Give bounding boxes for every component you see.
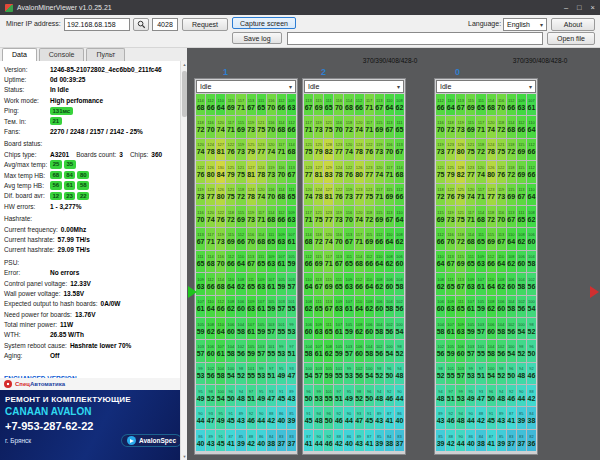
chip-cell: 8337 <box>287 430 296 451</box>
chip-cell: 11064 <box>355 296 364 317</box>
chip-cell: 11064 <box>527 184 536 205</box>
chip-cell: 10054 <box>507 340 516 361</box>
chip-cell: 10761 <box>267 273 276 294</box>
chip-cell: 8842 <box>267 407 276 428</box>
chip-cell: 11569 <box>375 116 384 137</box>
log-field[interactable] <box>287 32 543 45</box>
chip-cell: 12175 <box>466 139 475 160</box>
chip-cell: 10458 <box>487 340 496 361</box>
title-bar: AvalonMinerViewer v1.0.25.21 – □ × <box>0 0 600 15</box>
chip-cell: 12579 <box>456 184 465 205</box>
left-panel-scrollbar[interactable]: ▲ ▼ <box>180 61 187 460</box>
tab-console[interactable]: Console <box>39 48 85 61</box>
chip-cell: 9044 <box>196 407 205 428</box>
chip-cell: 8741 <box>507 407 516 428</box>
chip-cell: 10862 <box>355 318 364 339</box>
chip-cell: 10963 <box>446 296 455 317</box>
chip-cell: 9953 <box>344 363 353 384</box>
about-button[interactable]: About <box>551 18 595 31</box>
info-row: Тем. in:21 <box>4 116 180 126</box>
info-row: Status:In Idle <box>4 85 180 95</box>
chip-cell: 11266 <box>355 94 364 115</box>
board-mode-select[interactable]: Idle ▾ <box>304 80 404 93</box>
board-mode-select[interactable]: Idle ▾ <box>196 80 296 93</box>
chip-cell: 11165 <box>456 296 465 317</box>
open-file-button[interactable]: Open file <box>547 32 595 45</box>
chip-cell: 11670 <box>436 116 445 137</box>
chip-cell: 12074 <box>344 139 353 160</box>
minimize-icon[interactable]: – <box>564 3 568 12</box>
request-button[interactable]: Request <box>182 18 228 31</box>
scroll-left-arrow[interactable] <box>188 286 197 298</box>
language-label: Language: <box>468 20 501 27</box>
chip-cell: 11973 <box>314 116 323 137</box>
info-rows: Version:1246-85-21072802_4ec6bb0_211fc46… <box>0 61 180 383</box>
chip-cell: 12680 <box>487 161 496 182</box>
chip-cell: 11670 <box>385 139 394 160</box>
ip-input[interactable] <box>64 18 130 31</box>
chip-cell: 11872 <box>446 116 455 137</box>
chip-cell: 12074 <box>257 184 266 205</box>
chip-cell: 10155 <box>324 385 333 406</box>
scroll-right-arrow[interactable] <box>590 286 599 298</box>
chip-cell: 11468 <box>267 206 276 227</box>
chip-cell: 8741 <box>365 430 374 451</box>
temp-badge: 80 <box>77 171 89 180</box>
chip-cell: 12276 <box>344 161 353 182</box>
chip-cell: 11367 <box>324 296 333 317</box>
tab-pult[interactable]: Пульт <box>86 48 125 61</box>
chip-cell: 9953 <box>456 385 465 406</box>
chevron-down-icon: ▾ <box>397 83 400 90</box>
chip-cell: 12680 <box>216 184 225 205</box>
ad-banner[interactable]: СпецАвтоматика РЕМОНТ И КОМПЛЕКТУЮЩИЕ CA… <box>0 378 180 460</box>
language-select[interactable]: English ▾ <box>503 18 547 31</box>
chip-cell: 11569 <box>456 251 465 272</box>
chip-cell: 12175 <box>314 206 323 227</box>
chip-cell: 10963 <box>257 273 266 294</box>
tab-data[interactable]: Data <box>2 48 37 61</box>
search-button[interactable] <box>133 18 149 31</box>
chip-cell: 8337 <box>395 430 404 451</box>
chip-cell: 10761 <box>314 340 323 361</box>
chip-cell: 9145 <box>487 407 496 428</box>
chip-cell: 10761 <box>476 273 485 294</box>
chip-cell: 12377 <box>365 161 374 182</box>
maximize-icon[interactable]: □ <box>577 3 582 12</box>
telegram-badge[interactable]: AvalonSpec <box>121 434 180 447</box>
chip-cell: 10256 <box>355 363 364 384</box>
chip-cell: 11266 <box>436 228 445 249</box>
chip-cell: 11367 <box>497 228 506 249</box>
chip-cell: 8741 <box>487 430 496 451</box>
chip-cell: 11266 <box>277 206 286 227</box>
chip-cell: 12074 <box>487 116 496 137</box>
chip-cell: 10660 <box>507 273 516 294</box>
chip-cell: 10458 <box>304 340 313 361</box>
board-number: 0 <box>455 67 460 77</box>
chip-cell: 11872 <box>487 206 496 227</box>
ip-label: Miner IP address: <box>6 20 61 27</box>
chip-cell: 10660 <box>517 251 526 272</box>
info-row: Current frequency:0.00Mhz <box>4 224 180 234</box>
chip-cell: 8640 <box>466 430 475 451</box>
chip-cell: 11165 <box>287 184 296 205</box>
chip-cell: 11266 <box>375 228 384 249</box>
chip-cell: 10660 <box>487 318 496 339</box>
port-input[interactable] <box>152 18 178 31</box>
chip-cell: 11468 <box>476 206 485 227</box>
chip-cell: 10054 <box>385 340 394 361</box>
temp-badge: 56 <box>50 181 62 190</box>
chip-cell: 10559 <box>247 340 256 361</box>
chip-cell: 10761 <box>287 228 296 249</box>
chip-cell: 9044 <box>314 430 323 451</box>
chip-cell: 11670 <box>267 184 276 205</box>
chip-cell: 8943 <box>436 407 445 428</box>
chip-cell: 9953 <box>287 318 296 339</box>
save-log-button[interactable]: Save log <box>232 32 282 44</box>
chip-cell: 12579 <box>446 161 455 182</box>
capture-screen-button[interactable]: Capture screen <box>232 17 296 29</box>
close-icon[interactable]: × <box>591 3 595 12</box>
board-mode-select[interactable]: Idle ▾ <box>436 80 536 93</box>
chip-cell: 11266 <box>355 273 364 294</box>
chip-cell: 12377 <box>466 161 475 182</box>
chip-cell: 11569 <box>517 161 526 182</box>
